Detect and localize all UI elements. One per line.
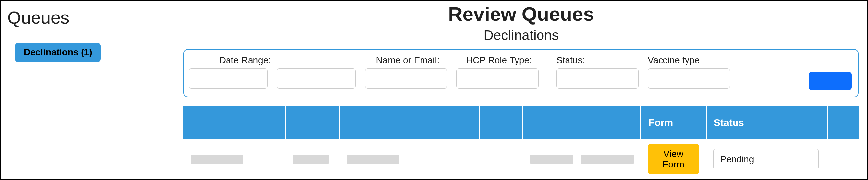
main-content: Review Queues Declinations Date Range: .… bbox=[176, 1, 867, 179]
sidebar: Queues Declinations (1) bbox=[1, 1, 176, 179]
sidebar-title: Queues bbox=[7, 7, 169, 32]
search-button[interactable] bbox=[809, 72, 851, 90]
filter-label-vaccine: Vaccine type bbox=[648, 54, 733, 67]
filter-label-status: Status: bbox=[556, 54, 642, 67]
table-header-5 bbox=[523, 106, 641, 139]
status-input[interactable] bbox=[556, 68, 639, 89]
filter-divider bbox=[550, 50, 550, 97]
date-range-start-input[interactable] bbox=[189, 68, 268, 89]
filter-label-name-email: Name or Email: bbox=[365, 54, 451, 67]
page-title: Review Queues bbox=[183, 3, 859, 25]
vaccine-type-input[interactable] bbox=[648, 68, 730, 89]
name-email-input[interactable] bbox=[365, 68, 447, 89]
table-row: View Form Pending bbox=[183, 139, 859, 180]
sidebar-item-declinations[interactable]: Declinations (1) bbox=[15, 43, 101, 62]
table-header-1 bbox=[183, 106, 285, 139]
filter-bar: Date Range: . Name or Email: HCP Role Ty… bbox=[183, 49, 859, 97]
results-table: Form Status Vie bbox=[183, 106, 859, 180]
table-header-form: Form bbox=[641, 106, 706, 139]
table-header-row: Form Status bbox=[183, 106, 859, 139]
cell-placeholder bbox=[530, 155, 573, 164]
cell-placeholder bbox=[347, 155, 400, 164]
view-form-button[interactable]: View Form bbox=[648, 144, 699, 174]
date-range-end-input[interactable] bbox=[277, 68, 356, 89]
filter-label-date-range: Date Range: bbox=[189, 54, 271, 67]
table-header-4 bbox=[480, 106, 523, 139]
filter-label-hcp-role: HCP Role Type: bbox=[456, 54, 542, 67]
page-subtitle: Declinations bbox=[183, 27, 859, 43]
status-value[interactable]: Pending bbox=[713, 149, 819, 170]
table-header-8 bbox=[827, 106, 859, 139]
hcp-role-input[interactable] bbox=[456, 68, 538, 89]
cell-placeholder bbox=[191, 155, 243, 164]
cell-placeholder bbox=[292, 155, 329, 164]
table-header-status: Status bbox=[706, 106, 827, 139]
cell-placeholder bbox=[581, 155, 633, 164]
table-header-2 bbox=[285, 106, 340, 139]
table-header-3 bbox=[340, 106, 480, 139]
